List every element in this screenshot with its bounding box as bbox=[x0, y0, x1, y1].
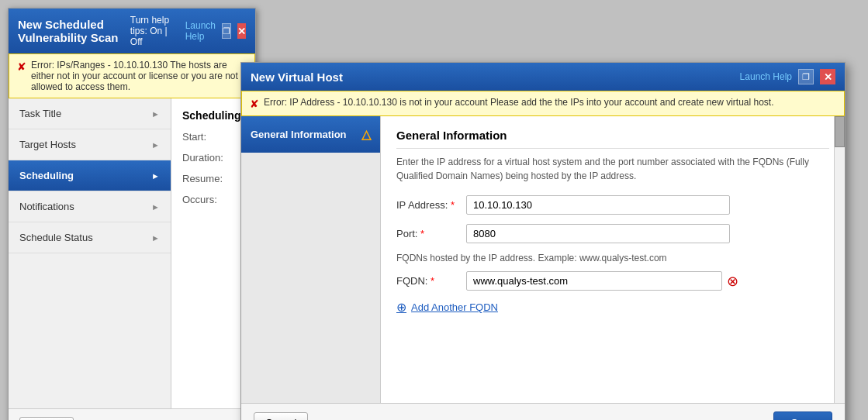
scheduling-heading: Scheduling bbox=[182, 109, 244, 122]
main-dialog-footer: Cancel bbox=[9, 408, 255, 420]
vhost-body: General Information △ General Informatio… bbox=[241, 116, 845, 403]
fqdn-label: FQDN: * bbox=[396, 275, 466, 287]
ip-address-label: IP Address: * bbox=[396, 199, 466, 211]
vhost-error-icon: ✘ bbox=[250, 98, 259, 110]
chevron-icon: ► bbox=[151, 140, 160, 150]
start-row: Start: bbox=[182, 131, 244, 143]
vhost-error-text: Error: IP Address - 10.10.10.130 is not … bbox=[264, 97, 774, 108]
vhost-error-banner: ✘ Error: IP Address - 10.10.10.130 is no… bbox=[241, 91, 845, 116]
ip-required-marker: * bbox=[451, 199, 455, 211]
duration-row: Duration: bbox=[182, 152, 244, 164]
vhost-close-button[interactable]: ✕ bbox=[820, 69, 835, 84]
chevron-icon: ► bbox=[151, 202, 160, 212]
error-icon: ✘ bbox=[17, 60, 26, 73]
nav-item-notifications[interactable]: Notifications ► bbox=[9, 191, 171, 222]
vhost-right-content: General Information Enter the IP address… bbox=[381, 116, 845, 403]
vhost-expand-icon-button[interactable]: ❐ bbox=[798, 69, 814, 84]
nav-item-scheduling[interactable]: Scheduling ► bbox=[9, 160, 171, 191]
main-left-nav: Task Title ► Target Hosts ► Scheduling ►… bbox=[9, 98, 171, 408]
ip-address-row: IP Address: * bbox=[396, 195, 829, 215]
add-fqdn-label[interactable]: Add Another FQDN bbox=[411, 301, 498, 313]
help-tips-text: Turn help tips: On | Off bbox=[130, 15, 179, 47]
occurs-row: Occurs: bbox=[182, 194, 244, 205]
fqdn-input[interactable] bbox=[466, 271, 722, 291]
remove-fqdn-button[interactable]: ⊗ bbox=[727, 273, 738, 290]
start-label: Start: bbox=[182, 131, 237, 143]
vhost-cancel-button[interactable]: Cancel bbox=[254, 412, 308, 420]
main-dialog-body: Task Title ► Target Hosts ► Scheduling ►… bbox=[9, 98, 255, 408]
add-fqdn-row[interactable]: ⊕ Add Another FQDN bbox=[396, 300, 829, 315]
expand-icon-button[interactable]: ❐ bbox=[222, 23, 231, 39]
general-info-description: Enter the IP address for a virtual host … bbox=[396, 155, 829, 183]
main-dialog-header-controls: Turn help tips: On | Off Launch Help ❐ ✕ bbox=[130, 15, 246, 47]
nav-item-target-hosts[interactable]: Target Hosts ► bbox=[9, 129, 171, 160]
main-dialog-header: New Scheduled Vulnerability Scan Turn he… bbox=[9, 9, 255, 53]
vhost-nav-general-info[interactable]: General Information △ bbox=[241, 116, 380, 153]
resume-row: Resume: bbox=[182, 173, 244, 184]
main-dialog-close-button[interactable]: ✕ bbox=[237, 23, 246, 39]
port-required-marker: * bbox=[420, 228, 424, 239]
duration-label: Duration: bbox=[182, 152, 237, 164]
main-cancel-button[interactable]: Cancel bbox=[19, 417, 74, 420]
vhost-save-button[interactable]: Save bbox=[773, 411, 832, 420]
chevron-icon: ► bbox=[151, 109, 160, 119]
resume-label: Resume: bbox=[182, 173, 237, 184]
vhost-header: New Virtual Host Launch Help ❐ ✕ bbox=[241, 63, 845, 91]
main-error-text: Error: IPs/Ranges - 10.10.10.130 The hos… bbox=[31, 60, 247, 92]
occurs-label: Occurs: bbox=[182, 194, 237, 205]
main-dialog: New Scheduled Vulnerability Scan Turn he… bbox=[8, 8, 256, 420]
warning-icon: △ bbox=[361, 127, 371, 142]
vhost-footer: Cancel Save bbox=[241, 403, 845, 420]
vhost-dialog: New Virtual Host Launch Help ❐ ✕ ✘ Error… bbox=[240, 62, 846, 420]
nav-item-task-title[interactable]: Task Title ► bbox=[9, 98, 171, 129]
nav-item-schedule-status[interactable]: Schedule Status ► bbox=[9, 222, 171, 253]
launch-help-link[interactable]: Launch Help bbox=[185, 20, 216, 42]
main-dialog-title: New Scheduled Vulnerability Scan bbox=[18, 18, 130, 44]
vhost-left-nav: General Information △ bbox=[241, 116, 381, 403]
port-label: Port: * bbox=[396, 228, 466, 239]
scrollbar-thumb[interactable] bbox=[835, 116, 845, 147]
chevron-icon: ► bbox=[151, 171, 160, 181]
scrollbar[interactable] bbox=[834, 116, 845, 403]
fqdn-required-marker: * bbox=[431, 275, 434, 287]
general-info-heading: General Information bbox=[396, 129, 829, 149]
vhost-dialog-title: New Virtual Host bbox=[251, 71, 343, 84]
port-input[interactable] bbox=[466, 224, 730, 243]
fqdn-note: FQDNs hosted by the IP address. Example:… bbox=[396, 253, 829, 263]
fqdn-row: FQDN: * ⊗ bbox=[396, 271, 829, 291]
ip-address-input[interactable] bbox=[466, 195, 730, 215]
chevron-icon: ► bbox=[151, 233, 160, 243]
vhost-header-controls: Launch Help ❐ ✕ bbox=[740, 69, 835, 84]
add-fqdn-icon: ⊕ bbox=[396, 300, 406, 315]
vhost-launch-help-link[interactable]: Launch Help bbox=[740, 71, 792, 82]
port-row: Port: * bbox=[396, 224, 829, 243]
main-error-banner: ✘ Error: IPs/Ranges - 10.10.10.130 The h… bbox=[9, 53, 255, 98]
